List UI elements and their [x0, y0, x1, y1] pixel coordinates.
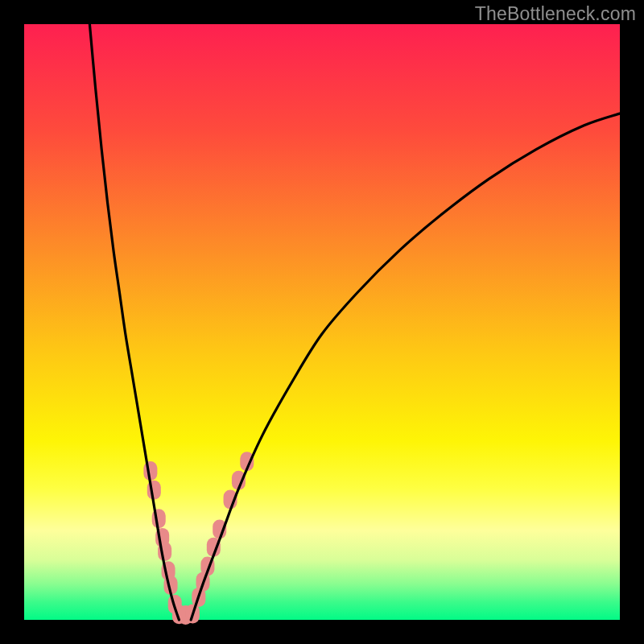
- curve-right-branch: [191, 114, 620, 620]
- watermark-text: TheBottleneck.com: [475, 3, 636, 25]
- curve-layer: [24, 24, 620, 620]
- plot-area: [24, 24, 620, 620]
- chart-frame: TheBottleneck.com: [0, 0, 644, 644]
